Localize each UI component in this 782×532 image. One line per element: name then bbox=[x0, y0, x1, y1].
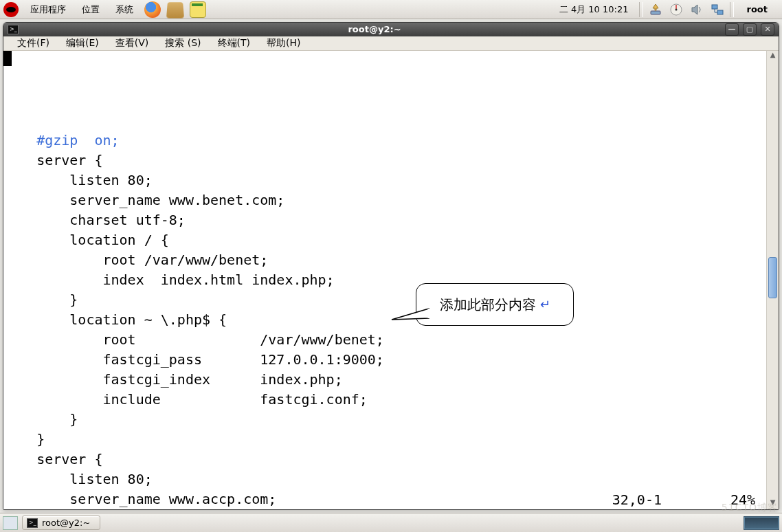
menubar: 文件(F) 编辑(E) 查看(V) 搜索 (S) 终端(T) 帮助(H) bbox=[3, 36, 779, 51]
code-line: server { bbox=[3, 450, 766, 469]
code-line: listen 80; bbox=[3, 170, 766, 190]
volume-icon[interactable] bbox=[689, 2, 704, 17]
update-icon[interactable] bbox=[648, 2, 663, 17]
titlebar[interactable]: root@y2:~ — ▢ ✕ bbox=[3, 23, 779, 36]
code-line: } bbox=[3, 410, 766, 430]
callout-text: 添加此部分内容 bbox=[440, 296, 536, 314]
code-line: #gzip on; bbox=[3, 131, 766, 151]
code-line: server_name www.benet.com; bbox=[3, 190, 766, 210]
minimize-button[interactable]: — bbox=[725, 23, 739, 36]
applications-menu[interactable]: 应用程序 bbox=[23, 3, 73, 16]
scrollbar-thumb[interactable] bbox=[768, 257, 777, 298]
code-line: } bbox=[3, 430, 766, 450]
menu-search[interactable]: 搜索 (S) bbox=[157, 37, 209, 49]
terminal-output[interactable]: #gzip on; server { listen 80; server_nam… bbox=[3, 51, 766, 509]
terminal-icon bbox=[27, 518, 38, 528]
svg-rect-3 bbox=[712, 5, 717, 9]
panel-separator bbox=[730, 2, 734, 17]
firefox-icon[interactable] bbox=[144, 1, 161, 18]
code-line: root /var/www/benet; bbox=[3, 250, 766, 270]
terminal-window: root@y2:~ — ▢ ✕ 文件(F) 编辑(E) 查看(V) 搜索 (S)… bbox=[3, 22, 779, 510]
task-label: root@y2:~ bbox=[42, 518, 90, 528]
menu-edit[interactable]: 编辑(E) bbox=[58, 37, 107, 49]
system-menu[interactable]: 系统 bbox=[109, 3, 140, 16]
code-line: server { bbox=[3, 151, 766, 170]
notes-icon[interactable] bbox=[190, 1, 206, 18]
vim-percent: 24% bbox=[730, 491, 755, 508]
show-desktop-icon[interactable] bbox=[3, 516, 18, 530]
code-line: index index.html index.php; bbox=[3, 270, 766, 290]
workspace-switcher[interactable] bbox=[744, 516, 779, 530]
user-menu[interactable]: root bbox=[736, 4, 779, 14]
cursor bbox=[3, 51, 12, 66]
code-line: listen 80; bbox=[3, 469, 766, 489]
callout-tail-icon bbox=[390, 304, 429, 332]
code-line: } bbox=[3, 290, 766, 310]
menu-terminal[interactable]: 终端(T) bbox=[210, 37, 258, 49]
code-line: root /var/www/benet; bbox=[3, 330, 766, 350]
return-arrow-icon: ↵ bbox=[540, 297, 550, 312]
code-line: fastcgi_index index.php; bbox=[3, 370, 766, 390]
code-line: location ~ \.php$ { bbox=[3, 310, 766, 330]
cpu-monitor-icon[interactable] bbox=[669, 2, 684, 17]
svg-rect-4 bbox=[717, 10, 723, 14]
code-line: include fastcgi.conf; bbox=[3, 390, 766, 410]
network-icon[interactable] bbox=[710, 2, 725, 17]
scrollbar[interactable]: ▲ ▼ bbox=[766, 51, 779, 509]
menu-file[interactable]: 文件(F) bbox=[9, 37, 58, 49]
clock[interactable]: 二 4月 10 10:21 bbox=[551, 3, 637, 16]
code-line bbox=[3, 111, 766, 131]
terminal-icon bbox=[8, 25, 19, 34]
code-line: fastcgi_pass 127.0.0.1:9000; bbox=[3, 350, 766, 370]
places-menu[interactable]: 位置 bbox=[75, 3, 107, 16]
distro-logo-icon[interactable] bbox=[3, 2, 19, 17]
vim-position: 32,0-1 bbox=[612, 491, 662, 508]
window-title: root@y2:~ bbox=[24, 24, 725, 34]
taskbar-item-terminal[interactable]: root@y2:~ bbox=[22, 516, 100, 530]
scroll-down-arrow-icon[interactable]: ▼ bbox=[767, 498, 779, 509]
menu-help[interactable]: 帮助(H) bbox=[258, 37, 309, 49]
svg-point-2 bbox=[675, 8, 677, 10]
top-panel: 应用程序 位置 系统 二 4月 10 10:21 root bbox=[0, 0, 782, 19]
annotation-callout: 添加此部分内容 ↵ bbox=[416, 283, 574, 326]
code-line: charset utf-8; bbox=[3, 210, 766, 230]
panel-separator bbox=[639, 2, 643, 17]
maximize-button[interactable]: ▢ bbox=[743, 23, 757, 36]
code-line: location / { bbox=[3, 230, 766, 250]
scroll-up-arrow-icon[interactable]: ▲ bbox=[767, 51, 779, 62]
bottom-taskbar: root@y2:~ bbox=[0, 513, 782, 532]
svg-rect-0 bbox=[651, 11, 660, 14]
package-manager-icon[interactable] bbox=[166, 2, 184, 18]
close-button[interactable]: ✕ bbox=[761, 23, 774, 36]
menu-view[interactable]: 查看(V) bbox=[107, 37, 157, 49]
